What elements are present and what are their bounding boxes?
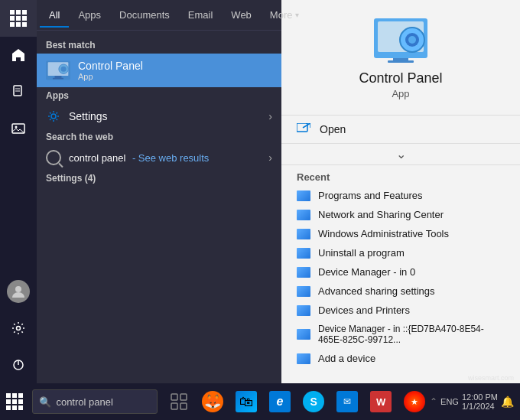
recent-item-device-mgr[interactable]: Device Manager - in 0 xyxy=(281,262,520,282)
power-icon xyxy=(11,357,26,373)
tab-email[interactable]: Email xyxy=(179,3,223,27)
settings-chevron-icon: › xyxy=(268,110,272,122)
sidebar-start-button[interactable] xyxy=(0,0,37,37)
web-section-label: Search the web xyxy=(37,129,281,145)
taskbar-store[interactable]: 🛍 xyxy=(231,383,262,420)
svg-point-4 xyxy=(15,126,18,129)
svg-rect-19 xyxy=(388,60,414,63)
tab-web[interactable]: Web xyxy=(222,3,261,27)
extra2-icon: ★ xyxy=(404,391,425,412)
recent-item-label: Device Manager - in 0 xyxy=(318,266,415,278)
watermark: wisesmart.com xyxy=(468,374,514,382)
web-see-results: - See web results xyxy=(132,152,209,164)
recent-item-label: Advanced sharing settings xyxy=(318,285,434,297)
search-icon: 🔍 xyxy=(39,396,51,408)
best-match-item[interactable]: Control Panel App xyxy=(37,54,281,87)
recent-item-add-device[interactable]: Add a device xyxy=(281,349,520,368)
home-icon xyxy=(11,47,26,63)
document-icon xyxy=(11,84,26,99)
taskbar-task-view[interactable] xyxy=(164,383,194,420)
chevron-down-icon: ⌄ xyxy=(396,147,406,161)
user-avatar xyxy=(7,280,30,303)
recent-item-programs[interactable]: Programs and Features xyxy=(281,186,520,205)
recent-item-sharing[interactable]: Advanced sharing settings xyxy=(281,282,520,301)
web-chevron-icon: › xyxy=(268,151,272,164)
sidebar-documents-button[interactable] xyxy=(0,73,37,110)
notification-icon[interactable]: 🔔 xyxy=(501,396,514,408)
firefox-icon: 🦊 xyxy=(202,391,223,412)
tray-chevron[interactable]: ⌃ xyxy=(430,396,437,407)
edge-icon: e xyxy=(269,391,291,412)
recent-item-icon xyxy=(297,353,310,364)
clock[interactable]: 12:00 PM1/1/2024 xyxy=(462,392,498,411)
sidebar-avatar[interactable] xyxy=(0,273,37,310)
taskbar-firefox[interactable]: 🦊 xyxy=(197,383,228,420)
tab-all[interactable]: All xyxy=(40,3,69,27)
svg-rect-27 xyxy=(171,403,177,409)
svg-rect-23 xyxy=(297,123,307,132)
open-label: Open xyxy=(320,123,346,135)
apps-section-label: Apps xyxy=(37,87,281,104)
extra1-icon: W xyxy=(370,391,392,412)
recent-item-icon xyxy=(297,267,310,278)
taskbar-search-bar[interactable]: 🔍 control panel xyxy=(32,389,158,414)
taskbar-extra2[interactable]: ★ xyxy=(399,383,430,420)
recent-item-uninstall[interactable]: Uninstall a program xyxy=(281,243,520,262)
search-tabs: All Apps Documents Email Web More ▾ 141 … xyxy=(37,0,281,31)
settings-result-text: Settings xyxy=(69,110,268,122)
settings-result-item[interactable]: Settings › xyxy=(37,104,281,129)
web-query: control panel xyxy=(69,152,125,164)
tab-apps[interactable]: Apps xyxy=(69,3,110,27)
svg-rect-11 xyxy=(55,76,62,78)
store-icon: 🛍 xyxy=(236,391,257,412)
recent-section-label: Recent xyxy=(281,165,520,186)
open-icon xyxy=(297,123,312,135)
chevron-down-icon: ▾ xyxy=(295,11,299,19)
tab-more[interactable]: More ▾ xyxy=(261,3,309,27)
taskbar-system-tray: ⌃ ENG 12:00 PM1/1/2024 🔔 xyxy=(430,392,520,411)
language-indicator[interactable]: ENG xyxy=(440,397,459,406)
web-search-item[interactable]: control panel - See web results › xyxy=(37,145,281,170)
taskbar-start-button[interactable] xyxy=(0,383,29,420)
recent-item-devices-printers[interactable]: Devices and Printers xyxy=(281,301,520,320)
recent-item-icon xyxy=(297,210,310,220)
settings-result-title: Settings xyxy=(69,110,268,122)
sidebar-home-button[interactable] xyxy=(0,37,37,73)
tab-documents[interactable]: Documents xyxy=(110,3,179,27)
recent-item-label: Device Manager - in ::{ED7BA470-8E54-465… xyxy=(318,324,505,345)
taskbar-skype[interactable]: S xyxy=(298,383,329,420)
best-match-label: Best match xyxy=(37,37,281,54)
svg-rect-12 xyxy=(53,78,63,80)
recent-item-network[interactable]: Network and Sharing Center xyxy=(281,205,520,224)
svg-point-5 xyxy=(15,286,21,292)
svg-point-6 xyxy=(17,327,21,330)
open-action[interactable]: Open xyxy=(281,116,520,143)
svg-rect-26 xyxy=(180,394,187,400)
detail-panel: Control Panel App Open ⌄ Recent xyxy=(281,0,520,383)
svg-line-24 xyxy=(303,123,310,128)
recent-item-label: Uninstall a program xyxy=(318,247,405,259)
recent-item-icon xyxy=(297,305,310,316)
svg-point-15 xyxy=(51,114,56,119)
settings-result-icon xyxy=(46,109,61,124)
recent-item-label: Windows Administrative Tools xyxy=(318,228,449,239)
sidebar-power[interactable] xyxy=(0,347,37,383)
gear-icon xyxy=(46,109,61,124)
sidebar-settings[interactable] xyxy=(0,310,37,347)
taskbar-edge[interactable]: e xyxy=(265,383,295,420)
recent-item-icon xyxy=(297,329,310,340)
taskbar-mail[interactable]: ✉ xyxy=(332,383,362,420)
expand-button[interactable]: ⌄ xyxy=(281,144,520,164)
taskbar-extra1[interactable]: W xyxy=(366,383,396,420)
sidebar-pictures-button[interactable] xyxy=(0,110,37,147)
recent-item-admin-tools[interactable]: Windows Administrative Tools xyxy=(281,224,520,243)
search-web-icon xyxy=(46,150,61,165)
best-match-sub: App xyxy=(78,72,272,81)
recent-item-label: Add a device xyxy=(318,353,375,364)
best-match-title: Control Panel xyxy=(78,60,272,72)
taskbar: 🔍 control panel 🦊 🛍 e S ✉ W xyxy=(0,383,520,420)
mail-icon: ✉ xyxy=(336,391,358,412)
recent-item-device-mgr-2[interactable]: Device Manager - in ::{ED7BA470-8E54-465… xyxy=(281,320,520,349)
recent-item-icon xyxy=(297,229,310,239)
control-panel-icon xyxy=(46,58,70,83)
